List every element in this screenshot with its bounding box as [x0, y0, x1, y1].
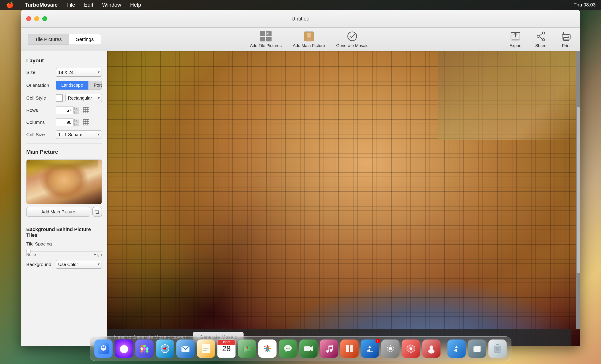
scroll-thumb[interactable]	[577, 107, 580, 273]
mosaic-canvas: Need to Generate Mosaic Layout Generate …	[107, 51, 580, 346]
dock-books[interactable]	[340, 340, 359, 358]
main-picture-icon	[302, 31, 316, 42]
dock-system-preferences[interactable]	[381, 340, 400, 358]
dock-music[interactable]	[320, 340, 338, 358]
dock-appstore2[interactable]	[448, 340, 466, 358]
dock-facetime[interactable]	[299, 340, 318, 358]
rows-row: Rows ▲ ▼	[26, 106, 102, 114]
slider-min-label: None	[26, 253, 36, 257]
cell-style-select[interactable]: Rectangular	[66, 94, 102, 102]
background-row: Background Use Color ▼	[26, 260, 102, 269]
cell-style-row: Cell Style Rectangular ▼	[26, 94, 102, 102]
columns-decrement[interactable]: ▼	[74, 122, 79, 126]
cell-style-preview	[56, 94, 63, 101]
share-tool[interactable]: Share	[534, 31, 548, 48]
cell-size-select-wrapper: 1 : 1 Square ▼	[56, 130, 102, 139]
cell-size-label: Cell Size	[26, 132, 53, 137]
rows-input[interactable]	[56, 106, 73, 114]
background-select-wrapper: Use Color ▼	[56, 260, 102, 269]
rows-field-wrapper: ▲ ▼	[56, 106, 79, 114]
dock-safari[interactable]	[156, 340, 174, 358]
view-toggle: Tile Pictures Settings	[28, 34, 101, 45]
svg-point-14	[542, 32, 545, 34]
minimize-button[interactable]	[34, 16, 39, 21]
divider-1	[26, 143, 102, 143]
svg-rect-82	[304, 346, 310, 351]
dock-trash[interactable]	[489, 340, 507, 358]
rows-increment[interactable]: ▲	[74, 107, 79, 110]
dock-mail[interactable]	[176, 340, 195, 358]
columns-input[interactable]	[56, 118, 73, 126]
dock-siri[interactable]: ⬤	[115, 340, 133, 358]
dock-appstore[interactable]: 1	[361, 340, 379, 358]
dock-files[interactable]	[468, 340, 486, 358]
menu-clock: Thu 08:03	[574, 2, 596, 8]
svg-rect-75	[264, 345, 266, 347]
rows-decrement[interactable]: ▼	[74, 111, 79, 114]
dock-notes[interactable]	[197, 340, 215, 358]
size-select[interactable]: 18 X 24	[56, 68, 102, 77]
dock-separator	[444, 340, 444, 357]
cell-size-select[interactable]: 1 : 1 Square	[56, 130, 102, 139]
tab-tile-pictures[interactable]: Tile Pictures	[28, 34, 69, 45]
columns-increment[interactable]: ▲	[74, 119, 79, 122]
portrait-button[interactable]: Portrait	[89, 81, 102, 90]
rows-grid-icon[interactable]	[83, 107, 90, 114]
menu-help[interactable]: Help	[126, 2, 145, 8]
add-main-picture-label: Add Main Picture	[293, 43, 325, 48]
svg-rect-35	[83, 121, 85, 123]
menu-file[interactable]: File	[62, 2, 80, 8]
fullscreen-button[interactable]	[42, 16, 47, 21]
landscape-button[interactable]: Landscape	[56, 81, 89, 90]
svg-rect-88	[329, 345, 333, 347]
orientation-row: Orientation Landscape Portrait	[26, 81, 102, 90]
dock-pixelmator[interactable]	[402, 340, 420, 358]
tab-settings[interactable]: Settings	[69, 34, 101, 45]
svg-point-22	[569, 35, 570, 37]
svg-rect-90	[350, 345, 353, 352]
layout-section-title: Layout	[26, 58, 102, 64]
svg-point-52	[143, 350, 146, 353]
scrollbar[interactable]	[576, 51, 580, 329]
apple-menu[interactable]: 🍎	[0, 1, 20, 9]
cell-style-select-wrapper: Rectangular ▼	[66, 94, 102, 102]
add-tile-pictures-tool[interactable]: + Add Tile Pictures	[250, 31, 282, 48]
orientation-label: Orientation	[26, 83, 53, 88]
menu-edit[interactable]: Edit	[80, 2, 98, 8]
dock-launchpad[interactable]	[135, 340, 154, 358]
background-label: Background	[26, 262, 53, 267]
columns-grid-icon[interactable]	[83, 119, 90, 126]
svg-point-42	[101, 345, 106, 351]
menu-bar: 🍎 TurboMosaic File Edit Window Help Thu …	[0, 0, 601, 10]
generate-mosaic-tool[interactable]: Generate Mosaic	[336, 31, 369, 48]
svg-point-98	[428, 349, 435, 354]
menu-window[interactable]: Window	[98, 2, 126, 8]
cell-size-row: Cell Size 1 : 1 Square ▼	[26, 130, 102, 139]
add-main-picture-tool[interactable]: Add Main Picture	[293, 31, 325, 48]
columns-row: Columns ▲ ▼	[26, 118, 102, 126]
preview-area: Need to Generate Mosaic Layout Generate …	[107, 51, 580, 346]
dock-photos[interactable]	[258, 340, 277, 358]
dock-finder[interactable]	[94, 340, 113, 358]
divider-2	[26, 221, 102, 221]
dock-calendar[interactable]: DEC 28	[217, 340, 236, 358]
mosaic-background	[107, 51, 580, 346]
dock-maps[interactable]	[238, 340, 256, 358]
menu-bar-items: TurboMosaic File Edit Window Help	[20, 2, 145, 8]
svg-point-81	[289, 348, 290, 349]
print-tool[interactable]: Print	[559, 31, 573, 48]
svg-line-18	[539, 37, 542, 39]
dock-contacts[interactable]	[422, 340, 441, 358]
menu-turbomosaic[interactable]: TurboMosaic	[20, 2, 62, 8]
dock-messages[interactable]	[279, 340, 297, 358]
svg-marker-83	[310, 346, 313, 351]
crop-button[interactable]	[92, 207, 102, 217]
background-select[interactable]: Use Color	[56, 260, 102, 269]
menu-bar-right: Thu 08:03	[574, 2, 601, 8]
tile-spacing-slider-container: None High	[26, 251, 102, 257]
tile-spacing-slider[interactable]	[26, 251, 102, 252]
rows-stepper: ▲ ▼	[74, 107, 79, 114]
close-button[interactable]	[26, 16, 31, 21]
export-tool[interactable]: Export	[508, 31, 523, 48]
add-main-picture-button[interactable]: Add Main Picture	[26, 207, 90, 217]
